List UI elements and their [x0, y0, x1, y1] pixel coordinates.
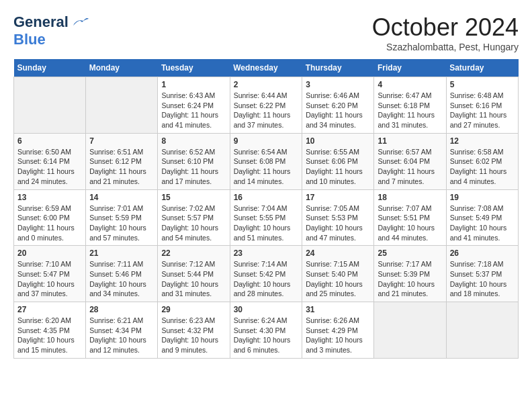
logo-general-text: General	[13, 13, 69, 31]
calendar-cell: 2Sunrise: 6:44 AM Sunset: 6:22 PM Daylig…	[230, 77, 302, 134]
day-info: Sunrise: 6:23 AM Sunset: 4:32 PM Dayligh…	[161, 316, 226, 355]
day-number: 23	[234, 248, 299, 258]
day-number: 18	[378, 193, 442, 202]
day-info: Sunrise: 7:01 AM Sunset: 5:59 PM Dayligh…	[89, 203, 154, 243]
calendar-cell: 4Sunrise: 6:47 AM Sunset: 6:18 PM Daylig…	[374, 77, 446, 134]
day-info: Sunrise: 7:10 AM Sunset: 5:47 PM Dayligh…	[17, 259, 82, 299]
day-info: Sunrise: 6:26 AM Sunset: 4:29 PM Dayligh…	[306, 316, 370, 355]
day-info: Sunrise: 6:51 AM Sunset: 6:12 PM Dayligh…	[89, 147, 154, 187]
header-row: SundayMondayTuesdayWednesdayThursdayFrid…	[14, 59, 519, 77]
day-number: 17	[306, 193, 370, 202]
day-info: Sunrise: 7:18 AM Sunset: 5:37 PM Dayligh…	[450, 259, 515, 299]
day-info: Sunrise: 6:43 AM Sunset: 6:24 PM Dayligh…	[161, 91, 226, 130]
logo: General Blue	[13, 13, 90, 48]
day-info: Sunrise: 7:07 AM Sunset: 5:51 PM Dayligh…	[378, 203, 442, 243]
week-row-4: 20Sunrise: 7:10 AM Sunset: 5:47 PM Dayli…	[14, 246, 519, 302]
calendar-body: 1Sunrise: 6:43 AM Sunset: 6:24 PM Daylig…	[14, 77, 519, 359]
calendar-cell: 22Sunrise: 7:12 AM Sunset: 5:44 PM Dayli…	[158, 246, 230, 302]
calendar-cell: 15Sunrise: 7:02 AM Sunset: 5:57 PM Dayli…	[158, 189, 230, 246]
day-info: Sunrise: 7:14 AM Sunset: 5:42 PM Dayligh…	[234, 259, 299, 299]
day-number: 6	[17, 136, 82, 146]
day-info: Sunrise: 7:02 AM Sunset: 5:57 PM Dayligh…	[161, 203, 226, 243]
calendar-cell: 25Sunrise: 7:17 AM Sunset: 5:39 PM Dayli…	[374, 246, 446, 302]
day-info: Sunrise: 7:11 AM Sunset: 5:46 PM Dayligh…	[89, 259, 154, 299]
page-header: General Blue October 2024 Szazhalombatta…	[13, 13, 519, 52]
calendar-cell: 13Sunrise: 6:59 AM Sunset: 6:00 PM Dayli…	[14, 189, 86, 246]
header-day-saturday: Saturday	[446, 59, 518, 77]
week-row-5: 27Sunrise: 6:20 AM Sunset: 4:35 PM Dayli…	[14, 302, 519, 359]
calendar-cell	[86, 77, 158, 134]
day-info: Sunrise: 6:59 AM Sunset: 6:00 PM Dayligh…	[17, 203, 82, 243]
day-info: Sunrise: 7:12 AM Sunset: 5:44 PM Dayligh…	[161, 259, 226, 299]
day-number: 2	[234, 80, 299, 89]
header-day-tuesday: Tuesday	[158, 59, 230, 77]
logo-bird-icon	[70, 15, 90, 29]
day-number: 13	[17, 193, 82, 202]
calendar-cell: 9Sunrise: 6:54 AM Sunset: 6:08 PM Daylig…	[230, 133, 302, 189]
calendar-cell: 10Sunrise: 6:55 AM Sunset: 6:06 PM Dayli…	[302, 133, 374, 189]
day-info: Sunrise: 7:05 AM Sunset: 5:53 PM Dayligh…	[306, 203, 370, 243]
day-number: 3	[306, 80, 370, 89]
week-row-3: 13Sunrise: 6:59 AM Sunset: 6:00 PM Dayli…	[14, 189, 519, 246]
day-info: Sunrise: 6:46 AM Sunset: 6:20 PM Dayligh…	[306, 91, 370, 130]
day-number: 30	[234, 305, 299, 314]
day-info: Sunrise: 7:17 AM Sunset: 5:39 PM Dayligh…	[378, 259, 442, 299]
day-info: Sunrise: 6:58 AM Sunset: 6:02 PM Dayligh…	[450, 147, 515, 187]
day-number: 11	[378, 136, 442, 146]
calendar-cell: 29Sunrise: 6:23 AM Sunset: 4:32 PM Dayli…	[158, 302, 230, 359]
calendar-cell: 5Sunrise: 6:48 AM Sunset: 6:16 PM Daylig…	[446, 77, 518, 134]
day-number: 19	[450, 193, 515, 202]
calendar-cell: 23Sunrise: 7:14 AM Sunset: 5:42 PM Dayli…	[230, 246, 302, 302]
calendar-header: SundayMondayTuesdayWednesdayThursdayFrid…	[14, 59, 519, 77]
calendar-cell: 1Sunrise: 6:43 AM Sunset: 6:24 PM Daylig…	[158, 77, 230, 134]
month-title: October 2024	[372, 13, 519, 42]
day-number: 21	[89, 248, 154, 258]
day-number: 4	[378, 80, 442, 89]
calendar-cell: 14Sunrise: 7:01 AM Sunset: 5:59 PM Dayli…	[86, 189, 158, 246]
calendar-table: SundayMondayTuesdayWednesdayThursdayFrid…	[13, 59, 519, 359]
calendar-cell	[446, 302, 518, 359]
day-info: Sunrise: 6:47 AM Sunset: 6:18 PM Dayligh…	[378, 91, 442, 130]
day-info: Sunrise: 6:55 AM Sunset: 6:06 PM Dayligh…	[306, 147, 370, 187]
header-day-friday: Friday	[374, 59, 446, 77]
day-number: 25	[378, 248, 442, 258]
day-info: Sunrise: 6:44 AM Sunset: 6:22 PM Dayligh…	[234, 91, 299, 130]
day-info: Sunrise: 6:21 AM Sunset: 4:34 PM Dayligh…	[89, 316, 154, 355]
header-day-sunday: Sunday	[14, 59, 86, 77]
day-number: 29	[161, 305, 226, 314]
day-info: Sunrise: 6:52 AM Sunset: 6:10 PM Dayligh…	[161, 147, 226, 187]
calendar-cell: 21Sunrise: 7:11 AM Sunset: 5:46 PM Dayli…	[86, 246, 158, 302]
day-number: 12	[450, 136, 515, 146]
calendar-cell	[374, 302, 446, 359]
day-number: 28	[89, 305, 154, 314]
calendar-cell: 27Sunrise: 6:20 AM Sunset: 4:35 PM Dayli…	[14, 302, 86, 359]
week-row-2: 6Sunrise: 6:50 AM Sunset: 6:14 PM Daylig…	[14, 133, 519, 189]
header-day-thursday: Thursday	[302, 59, 374, 77]
day-number: 10	[306, 136, 370, 146]
logo-blue-text: Blue	[13, 31, 46, 48]
calendar-cell: 19Sunrise: 7:08 AM Sunset: 5:49 PM Dayli…	[446, 189, 518, 246]
calendar-cell: 24Sunrise: 7:15 AM Sunset: 5:40 PM Dayli…	[302, 246, 374, 302]
day-info: Sunrise: 6:57 AM Sunset: 6:04 PM Dayligh…	[378, 147, 442, 187]
calendar-cell: 7Sunrise: 6:51 AM Sunset: 6:12 PM Daylig…	[86, 133, 158, 189]
calendar-cell: 26Sunrise: 7:18 AM Sunset: 5:37 PM Dayli…	[446, 246, 518, 302]
day-number: 31	[306, 305, 370, 314]
header-day-wednesday: Wednesday	[230, 59, 302, 77]
day-number: 20	[17, 248, 82, 258]
day-number: 1	[161, 80, 226, 89]
calendar-cell: 17Sunrise: 7:05 AM Sunset: 5:53 PM Dayli…	[302, 189, 374, 246]
calendar-cell: 18Sunrise: 7:07 AM Sunset: 5:51 PM Dayli…	[374, 189, 446, 246]
day-number: 15	[161, 193, 226, 202]
day-number: 5	[450, 80, 515, 89]
day-number: 7	[89, 136, 154, 146]
day-info: Sunrise: 6:48 AM Sunset: 6:16 PM Dayligh…	[450, 91, 515, 130]
calendar-cell: 6Sunrise: 6:50 AM Sunset: 6:14 PM Daylig…	[14, 133, 86, 189]
day-number: 26	[450, 248, 515, 258]
day-info: Sunrise: 7:08 AM Sunset: 5:49 PM Dayligh…	[450, 203, 515, 243]
header-day-monday: Monday	[86, 59, 158, 77]
title-section: October 2024 Szazhalombatta, Pest, Hunga…	[372, 13, 519, 52]
calendar-cell: 30Sunrise: 6:24 AM Sunset: 4:30 PM Dayli…	[230, 302, 302, 359]
day-info: Sunrise: 6:24 AM Sunset: 4:30 PM Dayligh…	[234, 316, 299, 355]
calendar-cell: 3Sunrise: 6:46 AM Sunset: 6:20 PM Daylig…	[302, 77, 374, 134]
calendar-cell	[14, 77, 86, 134]
